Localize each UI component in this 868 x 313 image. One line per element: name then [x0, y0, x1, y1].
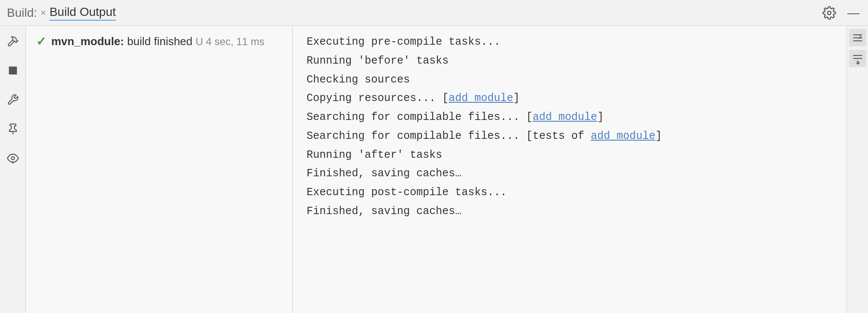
build-time: U 4 sec, 11 ms	[195, 36, 264, 47]
scroll-to-end-button[interactable]	[849, 29, 866, 46]
success-check-icon: ✓	[36, 34, 46, 49]
output-link[interactable]: add_module	[449, 92, 513, 104]
svg-point-3	[11, 157, 14, 160]
settings-button[interactable]	[822, 5, 837, 21]
hammer-icon[interactable]	[4, 33, 22, 50]
left-sidebar	[0, 26, 26, 313]
output-line: Finished, saving caches…	[307, 202, 833, 221]
main-content: ✓ mvn_module: build finished U 4 sec, 11…	[0, 26, 868, 313]
build-result-text: mvn_module: build finished U 4 sec, 11 m…	[51, 35, 264, 48]
pin-icon[interactable]	[4, 120, 22, 138]
build-result: ✓ mvn_module: build finished U 4 sec, 11…	[36, 34, 282, 49]
output-line: Searching for compilable files... [add_m…	[307, 108, 833, 127]
output-link[interactable]: add_module	[591, 130, 655, 142]
output-line: Copying resources... [add_module]	[307, 89, 833, 108]
scroll-down-button[interactable]	[849, 50, 866, 67]
wrench-icon[interactable]	[4, 91, 22, 108]
output-line: Running 'before' tasks	[307, 52, 833, 71]
build-panel: ✓ mvn_module: build finished U 4 sec, 11…	[26, 26, 293, 313]
output-link[interactable]: add_module	[533, 111, 597, 123]
eye-icon[interactable]	[4, 150, 22, 167]
tab-title: Build Output	[50, 5, 116, 21]
output-panel: Executing pre-compile tasks...Running 'b…	[293, 26, 846, 313]
output-line: Finished, saving caches…	[307, 164, 833, 183]
right-panel	[846, 26, 868, 313]
svg-rect-1	[9, 67, 17, 75]
title-bar: Build: × Build Output —	[0, 0, 868, 26]
output-line: Running 'after' tasks	[307, 146, 833, 165]
module-name: mvn_module:	[51, 35, 124, 48]
title-bar-actions: —	[822, 5, 861, 21]
svg-point-0	[828, 11, 831, 15]
output-line: Executing pre-compile tasks...	[307, 33, 833, 52]
output-line: Searching for compilable files... [tests…	[307, 127, 833, 146]
stop-icon[interactable]	[4, 62, 22, 79]
output-line: Checking sources	[307, 71, 833, 89]
build-status: build finished	[127, 35, 192, 48]
tab-close-button[interactable]: ×	[40, 7, 46, 18]
build-label: Build:	[7, 6, 37, 20]
output-line: Executing post-compile tasks...	[307, 183, 833, 202]
minimize-button[interactable]: —	[846, 5, 861, 21]
